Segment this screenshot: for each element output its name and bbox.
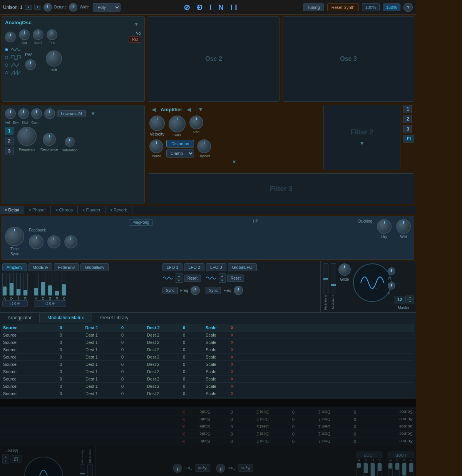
- rev-lfo1-sync[interactable]: Sync: [238, 464, 253, 472]
- row8-scale[interactable]: Scale: [196, 384, 226, 389]
- row4-scale[interactable]: Scale: [196, 355, 226, 359]
- master-up-btn[interactable]: ▲: [407, 295, 413, 300]
- amp-boost-knob[interactable]: [149, 139, 163, 153]
- osc1-main-knob[interactable]: [5, 32, 16, 42]
- pitch-bend-slider[interactable]: [323, 263, 328, 294]
- wave-selector-saw[interactable]: [5, 71, 8, 74]
- row4-val1[interactable]: 0: [49, 355, 72, 359]
- filter3-placeholder[interactable]: Filter 3: [148, 173, 414, 204]
- filter1-sat-knob[interactable]: [65, 137, 75, 147]
- row5-scale[interactable]: Scale: [196, 362, 226, 367]
- zoom-100-button[interactable]: 100%: [362, 3, 380, 11]
- fi-btn[interactable]: FI: [403, 135, 414, 142]
- rev-master-up[interactable]: ▲: [2, 459, 9, 464]
- row5-val2[interactable]: 0: [111, 362, 134, 367]
- osc3-placeholder[interactable]: Osc 3: [283, 16, 414, 102]
- row2-source[interactable]: Source: [3, 340, 49, 345]
- filter1-res-knob[interactable]: [43, 133, 56, 146]
- row3-dest2[interactable]: Dest 2: [134, 347, 172, 352]
- env2-s2-slider[interactable]: [62, 273, 66, 296]
- row9-dest2[interactable]: Dest 2: [134, 391, 172, 396]
- row1-dest2[interactable]: Dest 2: [134, 333, 172, 337]
- row7-scale[interactable]: Scale: [196, 377, 226, 381]
- filter2-placeholder[interactable]: Filter 2 ▼: [323, 105, 400, 170]
- rev-env-a1[interactable]: [409, 463, 413, 476]
- row8-val2[interactable]: 0: [111, 384, 134, 389]
- osc1-knob2[interactable]: [19, 29, 30, 40]
- row9-dest1[interactable]: Dest 1: [72, 391, 111, 396]
- env-loop2-btn[interactable]: LOOP: [34, 300, 66, 307]
- row9-val3[interactable]: 0: [172, 391, 196, 396]
- row3-val1[interactable]: 0: [49, 347, 72, 352]
- row8-val3[interactable]: 0: [172, 384, 196, 389]
- osc1-semi-knob[interactable]: [33, 29, 44, 40]
- row3-scale[interactable]: Scale: [196, 347, 226, 352]
- delay-feedback-knob[interactable]: [29, 235, 44, 249]
- amp-velocity-knob[interactable]: [149, 116, 165, 131]
- row2-scale[interactable]: Scale: [196, 340, 226, 345]
- row6-val2[interactable]: 0: [111, 369, 134, 374]
- reset-synth-button[interactable]: Reset Synth: [327, 3, 359, 11]
- env-s-slider[interactable]: [16, 273, 21, 296]
- filter1-num2-btn[interactable]: 2: [5, 137, 13, 145]
- osc1-dropdown-arrow[interactable]: ▼: [131, 20, 141, 28]
- bottom-tab-presets[interactable]: Preset Library: [92, 313, 137, 323]
- row7-dest2[interactable]: Dest 2: [134, 377, 172, 381]
- row8-dest2[interactable]: Dest 2: [134, 384, 172, 389]
- row4-dest1[interactable]: Dest 1: [72, 355, 111, 359]
- bottom-tab-modmatrix[interactable]: Modulation Matrix: [40, 313, 92, 323]
- fx-tab-chorus[interactable]: > Chorus: [51, 206, 78, 214]
- width-knob[interactable]: [69, 3, 77, 12]
- lfo2-sync-btn[interactable]: Sync: [206, 287, 221, 294]
- right-num2-btn[interactable]: 2: [403, 115, 412, 123]
- amp-drywet-knob[interactable]: [197, 139, 211, 153]
- delay-ducking-knob[interactable]: [64, 235, 77, 248]
- env2-d-slider[interactable]: [41, 273, 45, 296]
- distortion-button[interactable]: Distortion: [166, 140, 194, 147]
- row7-val1[interactable]: 0: [49, 377, 72, 381]
- amp-pan-knob[interactable]: [189, 116, 203, 129]
- rev-loop2[interactable]: LOOP: [357, 451, 382, 458]
- rev-lfo2-freq-knob[interactable]: [173, 463, 182, 473]
- row7-val2[interactable]: 0: [111, 377, 134, 381]
- rev-lfo2-sync[interactable]: Sync: [195, 464, 210, 472]
- wave-x-knob[interactable]: [388, 282, 395, 290]
- lfo-tab-1[interactable]: LFO 1: [162, 263, 183, 271]
- row8-delete[interactable]: X: [226, 384, 238, 389]
- wave-selector-square[interactable]: [5, 56, 8, 59]
- right-num3-btn[interactable]: 3: [403, 125, 412, 133]
- osc1-drift-knob[interactable]: [46, 50, 62, 67]
- env-tab-globalenv[interactable]: GlobalEnv: [80, 263, 109, 271]
- row7-delete[interactable]: X: [226, 377, 238, 381]
- row1-dest1[interactable]: Dest 1: [72, 333, 111, 337]
- rev-mod-slider[interactable]: [80, 464, 85, 476]
- row5-dest2[interactable]: Dest 2: [134, 362, 172, 367]
- delay-dry-knob[interactable]: [377, 219, 392, 234]
- row8-dest1[interactable]: Dest 1: [72, 384, 111, 389]
- unison-down-btn[interactable]: ▼: [34, 5, 41, 10]
- row7-dest1[interactable]: Dest 1: [72, 377, 111, 381]
- row9-val1[interactable]: 0: [49, 391, 72, 396]
- row2-val3[interactable]: 0: [172, 340, 196, 345]
- osc2-placeholder[interactable]: Osc 2: [148, 16, 280, 102]
- row4-dest2[interactable]: Dest 2: [134, 355, 172, 359]
- row5-source[interactable]: Source: [3, 362, 49, 367]
- row1-delete[interactable]: X: [226, 333, 238, 337]
- row9-source[interactable]: Source: [3, 391, 49, 396]
- delay-time-knob[interactable]: [5, 227, 24, 246]
- delay-hp-knob[interactable]: [47, 235, 60, 248]
- filter1-num3-btn[interactable]: 3: [5, 147, 13, 155]
- lfo2-freq-knob[interactable]: [234, 286, 243, 295]
- clamp-select[interactable]: Clamp: [166, 149, 194, 158]
- row6-dest1[interactable]: Dest 1: [72, 369, 111, 374]
- lfo1-reset-btn[interactable]: Reset: [184, 275, 201, 282]
- row5-delete[interactable]: X: [226, 362, 238, 367]
- row2-dest1[interactable]: Dest 1: [72, 340, 111, 345]
- rev-master-down[interactable]: ▼: [2, 454, 9, 459]
- row6-val1[interactable]: 0: [49, 369, 72, 374]
- row2-dest2[interactable]: Dest 2: [134, 340, 172, 345]
- rev-env-d1[interactable]: [402, 463, 407, 476]
- detune-knob[interactable]: [44, 3, 52, 12]
- filter1-kbd-knob[interactable]: [31, 108, 42, 119]
- env-loop1-btn[interactable]: LOOP: [2, 300, 28, 307]
